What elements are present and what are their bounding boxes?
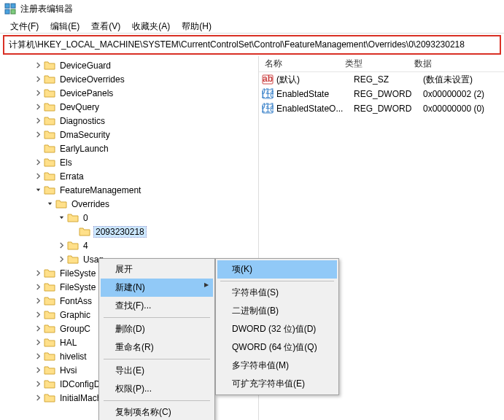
- dword-value-icon: 011110: [262, 88, 274, 100]
- tree-item[interactable]: DevicePanels: [0, 86, 258, 100]
- folder-icon: [67, 254, 79, 265]
- menu-item[interactable]: 编辑(E): [44, 19, 85, 31]
- chevron-right-icon[interactable]: [34, 352, 42, 361]
- context-menu-item[interactable]: 新建(N): [101, 279, 213, 297]
- chevron-right-icon[interactable]: [34, 89, 42, 98]
- folder-icon: [44, 365, 55, 376]
- menu-item[interactable]: 收藏夹(A): [126, 19, 176, 31]
- svg-rect-0: [5, 4, 9, 8]
- tree-item[interactable]: 2093230218: [0, 225, 258, 238]
- folder-icon: [79, 227, 90, 237]
- folder-icon: [44, 268, 55, 279]
- chevron-right-icon[interactable]: [34, 338, 42, 347]
- chevron-right-icon[interactable]: [34, 380, 42, 389]
- tree-item-label: FontAss: [58, 296, 93, 306]
- tree-item[interactable]: Diagnostics: [0, 114, 258, 128]
- context-menu-item[interactable]: QWORD (64 位)值(Q): [217, 338, 337, 357]
- svg-rect-2: [5, 9, 9, 14]
- col-header-name[interactable]: 名称: [259, 56, 339, 72]
- folder-icon: [44, 351, 55, 362]
- value-type: REG_DWORD: [354, 104, 423, 114]
- tree-item-label: EarlyLaunch: [58, 144, 110, 154]
- context-menu-item[interactable]: 项(K): [217, 260, 337, 279]
- chevron-right-icon[interactable]: [34, 75, 42, 84]
- tree-item[interactable]: DevQuery: [0, 100, 258, 114]
- tree-item[interactable]: DmaSecurity: [0, 128, 258, 141]
- value-data: (数值未设置): [423, 74, 504, 86]
- menu-item[interactable]: 帮助(H): [176, 19, 217, 31]
- tree-item[interactable]: Els: [0, 155, 258, 169]
- context-menu-item[interactable]: 导出(E): [101, 362, 213, 380]
- col-header-data[interactable]: 数据: [408, 56, 504, 72]
- address-bar[interactable]: 计算机\HKEY_LOCAL_MACHINE\SYSTEM\CurrentCon…: [3, 35, 501, 55]
- tree-item-label: FileSyste: [58, 282, 97, 292]
- folder-icon: [44, 74, 55, 85]
- folder-icon: [67, 213, 79, 223]
- folder-icon: [44, 393, 55, 403]
- folder-icon: [44, 116, 55, 126]
- value-row[interactable]: ab(默认)REG_SZ(数值未设置): [259, 72, 504, 87]
- tree-item[interactable]: Errata: [0, 169, 258, 183]
- context-menu-item[interactable]: 展开: [101, 260, 213, 279]
- tree-item[interactable]: DeviceGuard: [0, 58, 258, 72]
- context-menu-item[interactable]: 多字符串值(M): [217, 357, 337, 375]
- chevron-right-icon[interactable]: [34, 283, 42, 292]
- chevron-right-icon[interactable]: [34, 297, 42, 306]
- chevron-right-icon[interactable]: [34, 311, 42, 319]
- col-header-type[interactable]: 类型: [339, 56, 408, 72]
- value-name: EnabledState: [276, 89, 354, 99]
- context-menu-item[interactable]: 删除(D): [101, 320, 213, 338]
- tree-item-label: DmaSecurity: [58, 130, 112, 140]
- context-menu-item[interactable]: 复制项名称(C): [101, 403, 213, 420]
- context-menu-item[interactable]: 权限(P)...: [101, 380, 213, 398]
- chevron-down-icon[interactable]: [34, 186, 42, 195]
- menu-separator: [104, 400, 210, 401]
- chevron-right-icon[interactable]: [34, 158, 42, 167]
- chevron-right-icon[interactable]: [34, 394, 42, 402]
- dword-value-icon: 011110: [262, 103, 274, 114]
- context-menu-new-submenu[interactable]: 项(K)字符串值(S)二进制值(B)DWORD (32 位)值(D)QWORD …: [215, 258, 339, 395]
- chevron-right-icon: [34, 144, 42, 153]
- menu-separator: [104, 359, 210, 359]
- tree-item[interactable]: EarlyLaunch: [0, 141, 258, 155]
- chevron-right-icon[interactable]: [34, 366, 42, 375]
- context-menu-primary[interactable]: 展开新建(N)查找(F)...删除(D)重命名(R)导出(E)权限(P)...复…: [98, 258, 215, 420]
- context-menu-item[interactable]: 字符串值(S): [217, 284, 337, 302]
- context-menu-item[interactable]: 重命名(R): [101, 338, 213, 357]
- tree-item[interactable]: FeatureManagement: [0, 183, 258, 197]
- chevron-right-icon: [69, 228, 77, 236]
- tree-item-label: 4: [82, 241, 90, 251]
- chevron-right-icon[interactable]: [34, 103, 42, 112]
- tree-item[interactable]: Overrides: [0, 197, 258, 211]
- menu-item[interactable]: 查看(V): [85, 19, 126, 31]
- chevron-right-icon[interactable]: [34, 117, 42, 125]
- string-value-icon: ab: [262, 74, 274, 85]
- chevron-down-icon[interactable]: [45, 200, 54, 209]
- chevron-right-icon[interactable]: [34, 172, 42, 181]
- tree-item-label: Errata: [58, 171, 85, 182]
- chevron-right-icon[interactable]: [57, 241, 66, 250]
- chevron-right-icon[interactable]: [34, 269, 42, 278]
- folder-icon: [44, 324, 55, 334]
- chevron-right-icon[interactable]: [34, 324, 42, 333]
- chevron-right-icon[interactable]: [34, 61, 42, 70]
- tree-item[interactable]: 0: [0, 211, 258, 225]
- menu-item[interactable]: 文件(F): [4, 19, 44, 31]
- tree-item[interactable]: 4: [0, 238, 258, 252]
- chevron-right-icon[interactable]: [57, 255, 66, 264]
- context-menu-item[interactable]: 查找(F)...: [101, 297, 213, 315]
- context-menu-item[interactable]: DWORD (32 位)值(D): [217, 320, 337, 338]
- value-row[interactable]: 011110EnabledStateREG_DWORD0x00000002 (2…: [259, 87, 504, 101]
- tree-item-label: DeviceGuard: [58, 61, 112, 71]
- value-row[interactable]: 011110EnabledStateO...REG_DWORD0x0000000…: [259, 101, 504, 116]
- folder-icon: [44, 158, 55, 168]
- tree-item-label: Graphic: [58, 310, 92, 320]
- chevron-down-icon[interactable]: [57, 214, 66, 222]
- window-title: 注册表编辑器: [20, 3, 73, 15]
- context-menu-item[interactable]: 可扩充字符串值(E): [217, 375, 337, 393]
- svg-text:110: 110: [262, 90, 274, 100]
- tree-item-label: 0: [82, 213, 90, 223]
- tree-item[interactable]: DeviceOverrides: [0, 72, 258, 86]
- context-menu-item[interactable]: 二进制值(B): [217, 302, 337, 320]
- chevron-right-icon[interactable]: [34, 131, 42, 139]
